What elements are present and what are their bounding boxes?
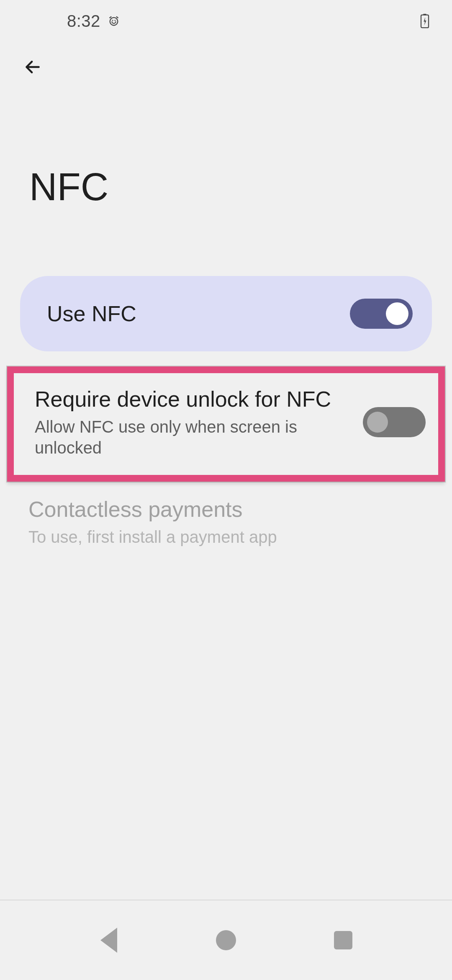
app-bar bbox=[0, 42, 452, 77]
svg-point-2 bbox=[115, 20, 115, 21]
navigation-bar bbox=[0, 900, 452, 980]
circle-home-icon bbox=[216, 930, 236, 950]
contactless-payments-label: Contactless payments bbox=[28, 496, 424, 523]
use-nfc-toggle[interactable] bbox=[350, 299, 413, 329]
battery-charging-icon bbox=[420, 13, 429, 28]
status-time: 8:32 bbox=[67, 12, 100, 31]
require-unlock-sub: Allow NFC use only when screen is unlock… bbox=[35, 416, 353, 458]
alarm-icon bbox=[108, 15, 120, 27]
arrow-left-icon bbox=[23, 58, 42, 76]
require-unlock-toggle[interactable] bbox=[363, 407, 426, 437]
svg-point-0 bbox=[110, 18, 118, 26]
square-recent-icon bbox=[334, 931, 352, 949]
page-title: NFC bbox=[0, 77, 452, 209]
svg-point-1 bbox=[112, 20, 113, 21]
contactless-payments-sub: To use, first install a payment app bbox=[28, 526, 424, 547]
nav-home-button[interactable] bbox=[209, 923, 243, 957]
settings-list: Use NFC Require device unlock for NFC Al… bbox=[0, 209, 452, 547]
require-unlock-row[interactable]: Require device unlock for NFC Allow NFC … bbox=[7, 366, 445, 482]
use-nfc-label: Use NFC bbox=[47, 301, 136, 326]
require-unlock-label: Require device unlock for NFC bbox=[35, 386, 353, 413]
nav-back-button[interactable] bbox=[92, 923, 126, 957]
nav-recent-button[interactable] bbox=[326, 923, 360, 957]
triangle-back-icon bbox=[92, 923, 126, 957]
use-nfc-row[interactable]: Use NFC bbox=[20, 276, 432, 351]
status-bar: 8:32 bbox=[0, 0, 452, 42]
back-button[interactable] bbox=[23, 57, 43, 77]
svg-rect-4 bbox=[423, 14, 426, 15]
contactless-payments-row: Contactless payments To use, first insta… bbox=[20, 482, 432, 547]
